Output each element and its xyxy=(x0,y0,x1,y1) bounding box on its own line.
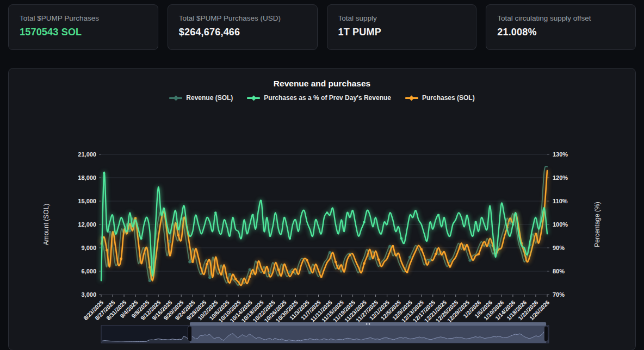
drag-grip-icon[interactable] xyxy=(368,323,368,325)
revenue-marker-dot xyxy=(249,268,251,271)
purchases-marker-dot xyxy=(349,254,351,257)
stat-card-total-supply: Total supply1T PUMP xyxy=(327,4,477,50)
purchases-marker-dot xyxy=(535,233,537,235)
revenue-marker-dot xyxy=(429,259,431,261)
revenue-marker-dot xyxy=(488,244,491,247)
purchases-marker-dot xyxy=(363,262,366,265)
dashboard-page: { "cards": [ {"label": "Total $PUMP Purc… xyxy=(0,0,644,350)
revenue-marker-dot xyxy=(208,276,211,279)
purchases-marker-dot xyxy=(120,258,122,260)
revenue-marker-dot xyxy=(108,231,111,234)
pct-marker-dot xyxy=(474,221,476,223)
pct-marker-dot xyxy=(251,214,253,216)
y-left-tick-label: 6,000 xyxy=(81,268,96,274)
navigator-right-handle[interactable] xyxy=(544,326,548,341)
purchases-marker-dot xyxy=(292,271,294,273)
revenue-marker-dot xyxy=(188,260,191,263)
stat-card-value: $264,676,466 xyxy=(179,27,306,38)
series-line-purchases-pct[interactable] xyxy=(101,172,547,280)
revenue-marker-dot xyxy=(168,240,171,243)
purchases-marker-dot xyxy=(392,245,394,248)
purchases-marker-dot xyxy=(277,268,280,271)
y-right-tick-label: 100% xyxy=(553,221,568,228)
purchases-marker-dot xyxy=(420,248,423,251)
purchases-marker-dot xyxy=(263,272,265,274)
y-right-tick-label: 80% xyxy=(553,268,565,274)
purchases-marker-dot xyxy=(449,265,451,268)
purchases-marker-dot xyxy=(249,276,251,278)
pct-marker-dot xyxy=(326,211,328,214)
stat-card-value: 1570543 SOL xyxy=(20,27,147,38)
revenue-marker-dot xyxy=(148,279,151,282)
revenue-marker-dot xyxy=(268,271,271,274)
stat-card-value: 1T PUMP xyxy=(338,27,466,38)
revenue-marker-dot xyxy=(509,221,511,224)
revenue-marker-dot xyxy=(368,257,371,260)
drag-grip-icon[interactable] xyxy=(369,323,370,325)
purchases-marker-dot xyxy=(335,261,337,264)
navigator-left-handle[interactable] xyxy=(188,326,191,341)
purchases-marker-dot xyxy=(435,253,437,255)
purchases-marker-dot xyxy=(177,234,180,237)
purchases-marker-dot xyxy=(306,259,308,262)
revenue-marker-dot xyxy=(329,251,331,254)
purchases-marker-dot xyxy=(234,278,237,280)
revenue-marker-dot xyxy=(228,273,231,276)
purchases-marker-dot xyxy=(320,276,323,278)
pct-marker-dot xyxy=(289,238,291,240)
y-left-tick-label: 3,000 xyxy=(81,291,96,298)
y-right-tick-label: 120% xyxy=(553,174,568,181)
y-right-axis-title: Percentage (%) xyxy=(593,202,601,247)
pct-marker-dot xyxy=(177,228,179,230)
y-left-axis-title: Amount (SOL) xyxy=(42,204,50,246)
revenue-marker-dot xyxy=(128,229,131,232)
stat-card-label: Total $PUMP Purchases (USD) xyxy=(179,14,306,22)
pct-marker-dot xyxy=(214,211,216,214)
purchases-marker-dot xyxy=(478,253,480,255)
revenue-marker-dot xyxy=(288,271,291,273)
drag-grip-icon[interactable] xyxy=(366,323,367,325)
pct-marker-dot xyxy=(103,172,105,174)
stat-card-label: Total $PUMP Purchases xyxy=(20,14,147,22)
purchases-marker-dot xyxy=(220,273,222,276)
navigator-selection[interactable] xyxy=(190,326,546,343)
purchases-marker-dot xyxy=(191,261,194,264)
purchases-marker-dot xyxy=(148,266,151,269)
revenue-marker-dot xyxy=(468,259,471,261)
revenue-marker-dot xyxy=(308,271,311,274)
pct-marker-dot xyxy=(363,221,365,223)
y-right-tick-label: 90% xyxy=(553,245,565,251)
purchases-marker-dot xyxy=(377,258,380,261)
purchases-marker-dot xyxy=(463,248,466,251)
chart-panel: Revenue and purchases Revenue (SOL)Purch… xyxy=(8,68,636,350)
y-right-tick-label: 130% xyxy=(553,151,568,158)
pct-marker-dot xyxy=(400,238,403,240)
y-right-tick-label: 110% xyxy=(553,198,568,204)
pct-marker-dot xyxy=(512,223,514,226)
y-right-tick-label: 70% xyxy=(553,291,565,298)
purchases-marker-dot xyxy=(106,249,108,252)
y-left-tick-label: 9,000 xyxy=(81,245,96,251)
purchases-marker-dot xyxy=(206,263,208,266)
revenue-marker-dot xyxy=(408,256,411,259)
stat-card-value: 21.008% xyxy=(497,27,624,38)
stat-card-label: Total circulating supply offset xyxy=(497,14,624,22)
y-left-tick-label: 21,000 xyxy=(78,151,96,158)
revenue-marker-dot xyxy=(388,245,391,247)
y-left-tick-label: 18,000 xyxy=(78,174,96,181)
chart-canvas[interactable]: 3,0006,0009,00012,00015,00018,00021,0007… xyxy=(9,68,635,349)
stat-card-total-pump-purchases: Total $PUMP Purchases1570543 SOL xyxy=(8,4,158,50)
stat-card-total-pump-purchases-usd: Total $PUMP Purchases (USD)$264,676,466 xyxy=(168,4,318,50)
y-left-tick-label: 12,000 xyxy=(78,221,96,228)
purchases-marker-dot xyxy=(406,271,408,273)
pct-marker-dot xyxy=(437,214,439,216)
purchases-marker-dot xyxy=(134,217,137,220)
pct-marker-dot xyxy=(140,238,142,240)
stat-card-total-circulating-supply-offset: Total circulating supply offset21.008% xyxy=(486,4,636,50)
stat-card-label: Total supply xyxy=(338,14,466,22)
y-left-tick-label: 15,000 xyxy=(78,198,96,204)
stat-cards-row: Total $PUMP Purchases1570543 SOLTotal $P… xyxy=(8,4,636,50)
revenue-marker-dot xyxy=(449,260,451,262)
